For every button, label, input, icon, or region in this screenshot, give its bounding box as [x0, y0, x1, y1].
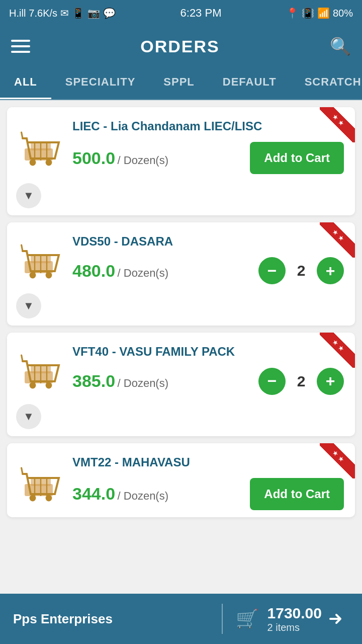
price-row: 385.0 / Dozen(s) − 2 +	[72, 368, 344, 395]
svg-line-15	[22, 245, 23, 251]
price-value: 500.0	[72, 148, 115, 168]
card-main: VFT40 - VASU FAMILY PACK 385.0 / Dozen(s…	[7, 333, 355, 401]
status-left: H.ill 7.6K/s ✉ 📱 📷 💬	[9, 7, 116, 19]
decrease-qty-button[interactable]: −	[258, 257, 286, 284]
price-row: 500.0 / Dozen(s) Add to Cart	[72, 142, 344, 174]
price-unit: / Dozen(s)	[118, 267, 168, 279]
price-row: 344.0 / Dozen(s) Add to Cart	[72, 478, 344, 510]
tab-scratch[interactable]: SCRATCH	[291, 66, 362, 99]
featured-ribbon	[320, 443, 355, 478]
card-main: LIEC - Lia Chandanam LIEC/LISC 500.0 / D…	[7, 107, 355, 181]
product-list: LIEC - Lia Chandanam LIEC/LISC 500.0 / D…	[0, 100, 362, 578]
expand-button[interactable]: ▼	[16, 293, 41, 318]
svg-point-5	[30, 159, 36, 166]
product-name: VMT22 - MAHAVASU	[72, 454, 344, 470]
card-info: VMT22 - MAHAVASU 344.0 / Dozen(s) Add to…	[72, 454, 344, 510]
battery-indicator: 80%	[333, 8, 353, 19]
vibrate-icon: 📳	[302, 7, 314, 19]
svg-line-31	[22, 468, 23, 474]
svg-point-14	[46, 272, 52, 278]
featured-ribbon	[320, 222, 355, 258]
svg-point-29	[30, 495, 36, 502]
price-display: 385.0 / Dozen(s)	[72, 371, 168, 391]
price-value: 385.0	[72, 371, 115, 390]
card-info: VFT40 - VASU FAMILY PACK 385.0 / Dozen(s…	[72, 344, 344, 394]
expand-button[interactable]: ▼	[16, 404, 41, 429]
svg-point-21	[30, 382, 36, 389]
status-time: 6:23 PM	[180, 7, 222, 20]
price-unit: / Dozen(s)	[118, 377, 168, 389]
increase-qty-button[interactable]: +	[317, 368, 344, 395]
quantity-control: − 2 +	[258, 368, 344, 395]
chat-icon: 💬	[103, 7, 116, 19]
location-icon: 📍	[286, 7, 299, 19]
speed-indicator: 7.6K/s	[29, 8, 57, 19]
price-unit: / Dozen(s)	[118, 490, 168, 502]
whatsapp-icon: 📱	[72, 7, 84, 19]
price-unit: / Dozen(s)	[118, 154, 168, 167]
search-button[interactable]: 🔍	[330, 36, 351, 56]
svg-line-7	[22, 132, 23, 138]
price-display: 480.0 / Dozen(s)	[72, 261, 168, 281]
product-card: VDS50 - DASARA 480.0 / Dozen(s) − 2 + ▼	[7, 222, 355, 326]
bottom-bar: Pps Enterprises 🛒 1730.00 2 items	[0, 594, 362, 644]
quantity-value: 2	[294, 262, 309, 279]
tab-all[interactable]: ALL	[0, 66, 51, 99]
svg-point-6	[46, 159, 52, 166]
expand-row: ▼	[7, 181, 355, 215]
add-to-cart-button[interactable]: Add to Cart	[250, 478, 344, 510]
cart-total-wrap: 1730.00 2 items	[267, 605, 322, 633]
increase-qty-button[interactable]: +	[317, 257, 344, 284]
expand-row: ▼	[7, 291, 355, 326]
cart-total: 1730.00	[267, 605, 322, 622]
bottom-divider	[222, 604, 223, 634]
message-icon: ✉	[60, 7, 69, 19]
product-image	[18, 459, 63, 505]
price-value: 344.0	[72, 484, 115, 503]
svg-point-30	[46, 495, 52, 502]
company-name: Pps Enterprises	[13, 611, 209, 627]
quantity-value: 2	[294, 373, 309, 390]
product-name: VDS50 - DASARA	[72, 233, 344, 249]
svg-line-23	[22, 355, 23, 361]
wifi-icon: 📶	[317, 7, 330, 19]
featured-ribbon	[320, 107, 355, 142]
tab-default[interactable]: DEFAULT	[209, 66, 291, 99]
product-name: VFT40 - VASU FAMILY PACK	[72, 344, 344, 359]
camera-icon: 📷	[87, 7, 100, 19]
price-display: 500.0 / Dozen(s)	[72, 148, 168, 168]
svg-point-22	[46, 382, 52, 389]
expand-row: ▼	[7, 402, 355, 436]
cart-items-count: 2 items	[267, 622, 300, 633]
expand-button[interactable]: ▼	[16, 183, 41, 208]
cart-icon: 🛒	[236, 608, 258, 629]
product-name: LIEC - Lia Chandanam LIEC/LISC	[72, 118, 344, 134]
page-title: ORDERS	[140, 37, 219, 56]
price-display: 344.0 / Dozen(s)	[72, 484, 168, 504]
product-card: VFT40 - VASU FAMILY PACK 385.0 / Dozen(s…	[7, 333, 355, 436]
app-header: ORDERS 🔍	[0, 26, 362, 66]
checkout-button[interactable]	[322, 605, 349, 632]
hamburger-menu[interactable]	[11, 40, 30, 53]
tab-sppl[interactable]: SPPL	[149, 66, 208, 99]
status-right: 📍 📳 📶 80%	[286, 7, 353, 19]
decrease-qty-button[interactable]: −	[258, 368, 286, 395]
price-row: 480.0 / Dozen(s) − 2 +	[72, 257, 344, 284]
card-main: VMT22 - MAHAVASU 344.0 / Dozen(s) Add to…	[7, 443, 355, 517]
product-image	[18, 124, 63, 169]
add-to-cart-button[interactable]: Add to Cart	[250, 142, 344, 174]
svg-point-13	[30, 272, 36, 278]
quantity-control: − 2 +	[258, 257, 344, 284]
signal-icon: H.ill	[9, 8, 26, 19]
card-info: VDS50 - DASARA 480.0 / Dozen(s) − 2 +	[72, 233, 344, 284]
card-info: LIEC - Lia Chandanam LIEC/LISC 500.0 / D…	[72, 118, 344, 174]
category-tabs: ALL SPECIALITY SPPL DEFAULT SCRATCH	[0, 66, 362, 100]
product-image	[18, 347, 63, 392]
product-image	[18, 236, 63, 282]
featured-ribbon	[320, 333, 355, 368]
card-main: VDS50 - DASARA 480.0 / Dozen(s) − 2 +	[7, 222, 355, 291]
tab-speciality[interactable]: SPECIALITY	[51, 66, 150, 99]
status-bar: H.ill 7.6K/s ✉ 📱 📷 💬 6:23 PM 📍 📳 📶 80%	[0, 0, 362, 26]
product-card: LIEC - Lia Chandanam LIEC/LISC 500.0 / D…	[7, 107, 355, 215]
product-card: VMT22 - MAHAVASU 344.0 / Dozen(s) Add to…	[7, 443, 355, 517]
